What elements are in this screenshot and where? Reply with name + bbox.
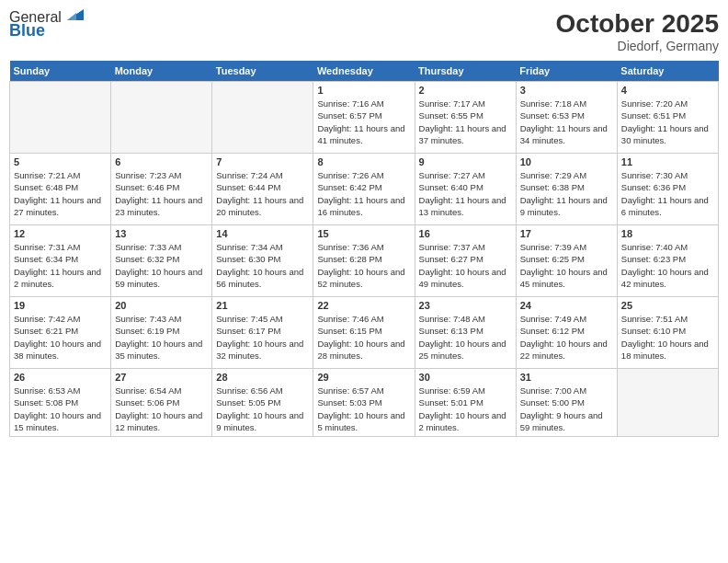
day-number: 22 xyxy=(317,300,410,311)
day-number: 18 xyxy=(621,228,714,239)
table-row: 17Sunrise: 7:39 AMSunset: 6:25 PMDayligh… xyxy=(516,225,617,297)
table-row: 8Sunrise: 7:26 AMSunset: 6:42 PMDaylight… xyxy=(313,154,415,225)
day-number: 25 xyxy=(621,300,714,311)
table-row xyxy=(212,82,313,154)
day-number: 31 xyxy=(520,372,613,383)
day-number: 12 xyxy=(14,228,107,239)
day-info: Sunrise: 7:00 AMSunset: 5:00 PMDaylight:… xyxy=(520,385,613,433)
day-number: 20 xyxy=(115,300,208,311)
header: General Blue October 2025 Diedorf, Germa… xyxy=(9,9,719,53)
day-info: Sunrise: 7:16 AMSunset: 6:57 PMDaylight:… xyxy=(317,98,410,146)
day-info: Sunrise: 7:34 AMSunset: 6:30 PMDaylight:… xyxy=(216,241,309,290)
day-info: Sunrise: 7:29 AMSunset: 6:38 PMDaylight:… xyxy=(520,169,613,218)
day-number: 9 xyxy=(419,156,512,167)
day-number: 1 xyxy=(317,85,410,96)
table-row: 9Sunrise: 7:27 AMSunset: 6:40 PMDaylight… xyxy=(415,154,516,225)
day-number: 6 xyxy=(115,156,208,167)
table-row: 26Sunrise: 6:53 AMSunset: 5:08 PMDayligh… xyxy=(10,369,111,437)
day-info: Sunrise: 7:30 AMSunset: 6:36 PMDaylight:… xyxy=(621,169,714,218)
table-row: 4Sunrise: 7:20 AMSunset: 6:51 PMDaylight… xyxy=(617,82,718,154)
day-number: 17 xyxy=(520,228,613,239)
day-number: 26 xyxy=(14,372,107,383)
day-info: Sunrise: 7:51 AMSunset: 6:10 PMDaylight:… xyxy=(621,313,714,362)
logo-blue-text: Blue xyxy=(9,22,84,40)
header-thursday: Thursday xyxy=(415,61,516,82)
header-friday: Friday xyxy=(516,61,617,82)
day-info: Sunrise: 7:20 AMSunset: 6:51 PMDaylight:… xyxy=(621,98,714,146)
table-row: 20Sunrise: 7:43 AMSunset: 6:19 PMDayligh… xyxy=(111,297,212,369)
table-row: 12Sunrise: 7:31 AMSunset: 6:34 PMDayligh… xyxy=(10,225,111,297)
day-info: Sunrise: 6:59 AMSunset: 5:01 PMDaylight:… xyxy=(419,385,512,433)
day-info: Sunrise: 7:45 AMSunset: 6:17 PMDaylight:… xyxy=(216,313,309,362)
day-info: Sunrise: 7:24 AMSunset: 6:44 PMDaylight:… xyxy=(216,169,309,218)
table-row: 25Sunrise: 7:51 AMSunset: 6:10 PMDayligh… xyxy=(617,297,718,369)
table-row: 1Sunrise: 7:16 AMSunset: 6:57 PMDaylight… xyxy=(313,82,415,154)
day-number: 24 xyxy=(520,300,613,311)
page: General Blue October 2025 Diedorf, Germa… xyxy=(0,0,728,563)
table-row: 29Sunrise: 6:57 AMSunset: 5:03 PMDayligh… xyxy=(313,369,415,437)
day-info: Sunrise: 7:33 AMSunset: 6:32 PMDaylight:… xyxy=(115,241,208,290)
table-row: 11Sunrise: 7:30 AMSunset: 6:36 PMDayligh… xyxy=(617,154,718,225)
table-row: 21Sunrise: 7:45 AMSunset: 6:17 PMDayligh… xyxy=(212,297,313,369)
day-number: 27 xyxy=(115,372,208,383)
table-row: 3Sunrise: 7:18 AMSunset: 6:53 PMDaylight… xyxy=(516,82,617,154)
calendar: Sunday Monday Tuesday Wednesday Thursday… xyxy=(9,61,719,437)
day-info: Sunrise: 7:39 AMSunset: 6:25 PMDaylight:… xyxy=(520,241,613,290)
day-info: Sunrise: 7:31 AMSunset: 6:34 PMDaylight:… xyxy=(14,241,107,290)
day-number: 4 xyxy=(621,85,714,96)
table-row: 27Sunrise: 6:54 AMSunset: 5:06 PMDayligh… xyxy=(111,369,212,437)
table-row: 14Sunrise: 7:34 AMSunset: 6:30 PMDayligh… xyxy=(212,225,313,297)
day-number: 10 xyxy=(520,156,613,167)
day-info: Sunrise: 7:21 AMSunset: 6:48 PMDaylight:… xyxy=(14,169,107,218)
day-info: Sunrise: 7:27 AMSunset: 6:40 PMDaylight:… xyxy=(419,169,512,218)
logo-icon xyxy=(63,4,84,24)
header-monday: Monday xyxy=(111,61,212,82)
table-row: 10Sunrise: 7:29 AMSunset: 6:38 PMDayligh… xyxy=(516,154,617,225)
day-info: Sunrise: 6:57 AMSunset: 5:03 PMDaylight:… xyxy=(317,385,410,433)
day-info: Sunrise: 7:37 AMSunset: 6:27 PMDaylight:… xyxy=(419,241,512,290)
table-row: 2Sunrise: 7:17 AMSunset: 6:55 PMDaylight… xyxy=(415,82,516,154)
table-row: 5Sunrise: 7:21 AMSunset: 6:48 PMDaylight… xyxy=(10,154,111,225)
table-row: 6Sunrise: 7:23 AMSunset: 6:46 PMDaylight… xyxy=(111,154,212,225)
weekday-header-row: Sunday Monday Tuesday Wednesday Thursday… xyxy=(10,61,719,82)
day-info: Sunrise: 7:43 AMSunset: 6:19 PMDaylight:… xyxy=(115,313,208,362)
table-row: 19Sunrise: 7:42 AMSunset: 6:21 PMDayligh… xyxy=(10,297,111,369)
day-info: Sunrise: 7:46 AMSunset: 6:15 PMDaylight:… xyxy=(317,313,410,362)
day-number: 2 xyxy=(419,85,512,96)
day-number: 21 xyxy=(216,300,309,311)
day-info: Sunrise: 6:53 AMSunset: 5:08 PMDaylight:… xyxy=(14,385,107,433)
day-info: Sunrise: 6:54 AMSunset: 5:06 PMDaylight:… xyxy=(115,385,208,433)
svg-marker-1 xyxy=(67,13,76,20)
day-number: 8 xyxy=(317,156,410,167)
day-number: 13 xyxy=(115,228,208,239)
logo: General Blue xyxy=(9,9,84,40)
day-info: Sunrise: 7:49 AMSunset: 6:12 PMDaylight:… xyxy=(520,313,613,362)
day-number: 3 xyxy=(520,85,613,96)
table-row xyxy=(617,369,718,437)
table-row: 23Sunrise: 7:48 AMSunset: 6:13 PMDayligh… xyxy=(415,297,516,369)
header-tuesday: Tuesday xyxy=(212,61,313,82)
day-info: Sunrise: 7:26 AMSunset: 6:42 PMDaylight:… xyxy=(317,169,410,218)
table-row: 22Sunrise: 7:46 AMSunset: 6:15 PMDayligh… xyxy=(313,297,415,369)
table-row xyxy=(10,82,111,154)
day-info: Sunrise: 7:23 AMSunset: 6:46 PMDaylight:… xyxy=(115,169,208,218)
table-row: 30Sunrise: 6:59 AMSunset: 5:01 PMDayligh… xyxy=(415,369,516,437)
table-row xyxy=(111,82,212,154)
day-info: Sunrise: 6:56 AMSunset: 5:05 PMDaylight:… xyxy=(216,385,309,433)
day-number: 28 xyxy=(216,372,309,383)
day-info: Sunrise: 7:42 AMSunset: 6:21 PMDaylight:… xyxy=(14,313,107,362)
day-number: 15 xyxy=(317,228,410,239)
day-number: 30 xyxy=(419,372,512,383)
day-number: 14 xyxy=(216,228,309,239)
day-info: Sunrise: 7:48 AMSunset: 6:13 PMDaylight:… xyxy=(419,313,512,362)
day-info: Sunrise: 7:18 AMSunset: 6:53 PMDaylight:… xyxy=(520,98,613,146)
day-number: 19 xyxy=(14,300,107,311)
day-number: 5 xyxy=(14,156,107,167)
day-number: 29 xyxy=(317,372,410,383)
title-section: October 2025 Diedorf, Germany xyxy=(556,9,719,53)
header-saturday: Saturday xyxy=(617,61,718,82)
month-year: October 2025 xyxy=(556,9,719,39)
location: Diedorf, Germany xyxy=(556,39,719,53)
day-info: Sunrise: 7:40 AMSunset: 6:23 PMDaylight:… xyxy=(621,241,714,290)
table-row: 31Sunrise: 7:00 AMSunset: 5:00 PMDayligh… xyxy=(516,369,617,437)
